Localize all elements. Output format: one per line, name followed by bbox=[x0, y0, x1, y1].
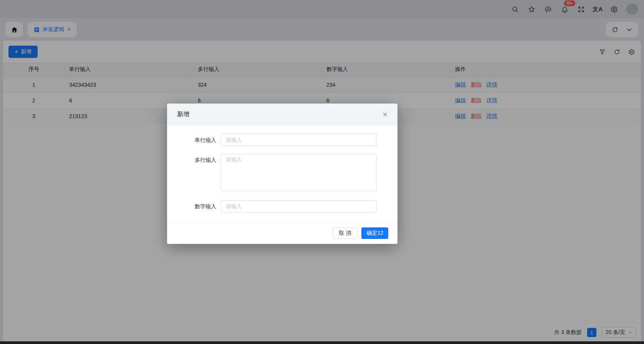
cancel-button[interactable]: 取 消 bbox=[333, 227, 358, 239]
number-input-label: 数字输入 bbox=[167, 200, 221, 212]
add-record-modal: 新增 × 单行输入 多行输入 数字输入 取 消 确定12 bbox=[167, 104, 397, 244]
form-row-number-input: 数字输入 bbox=[167, 200, 397, 212]
modal-title: 新增 bbox=[177, 110, 189, 119]
confirm-button[interactable]: 确定12 bbox=[361, 227, 388, 239]
close-icon[interactable]: × bbox=[382, 110, 387, 119]
single-input-label: 单行输入 bbox=[167, 134, 221, 146]
modal-body: 单行输入 多行输入 数字输入 bbox=[167, 125, 397, 222]
number-input-field[interactable] bbox=[221, 200, 377, 212]
form-row-single-input: 单行输入 bbox=[167, 134, 397, 146]
modal-header: 新增 × bbox=[167, 104, 397, 125]
modal-footer: 取 消 确定12 bbox=[167, 222, 397, 244]
single-input-field[interactable] bbox=[221, 134, 377, 146]
multi-input-label: 多行输入 bbox=[167, 154, 221, 193]
form-row-multi-input: 多行输入 bbox=[167, 154, 397, 193]
multi-input-field[interactable] bbox=[221, 154, 377, 191]
